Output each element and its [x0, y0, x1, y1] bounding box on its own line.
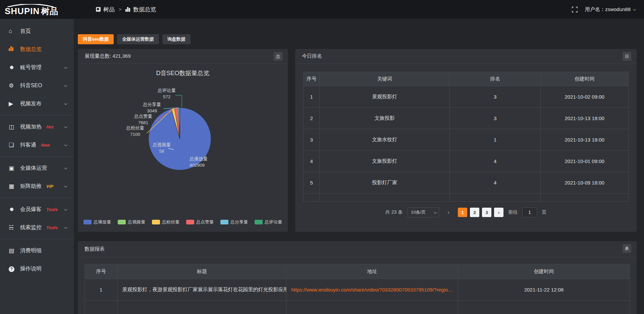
- legend-label: 总播放量: [94, 219, 111, 225]
- legend-item-总播放量[interactable]: 总播放量: [84, 219, 111, 225]
- pie-label-value: 402909: [190, 163, 205, 168]
- page-button-1[interactable]: 1: [458, 208, 467, 217]
- sidebar-item-chat[interactable]: ❏抖客通New: [0, 136, 74, 154]
- table-cell-index: 1: [85, 279, 118, 301]
- pie-label-name: 总播放量: [189, 156, 208, 161]
- table-row: 3文旅水纹灯12021-10-13 18:00: [304, 129, 629, 151]
- table-cell: 2021-10-13 18:00: [541, 108, 629, 129]
- tab-2[interactable]: 询盘数据: [162, 34, 191, 44]
- sidebar-item-video-publish[interactable]: ▶视频发布: [0, 95, 74, 113]
- legend-item-总点赞量[interactable]: 总点赞量: [186, 219, 214, 225]
- column-header: 序号: [85, 264, 118, 279]
- pie-label-name: 总分享量: [143, 102, 161, 107]
- sidebar-item-home[interactable]: ⌂首页: [0, 22, 74, 40]
- pie-label-name: 总评论量: [157, 88, 176, 93]
- pie-chart-title: D音SEO数据量总览: [78, 69, 288, 77]
- goto-page-input[interactable]: [522, 207, 537, 217]
- column-header: 创建时间: [541, 72, 629, 86]
- legend-item-总视频量[interactable]: 总视频量: [118, 219, 145, 225]
- table-cell: [541, 194, 629, 202]
- column-header: 地址: [286, 264, 458, 279]
- chevron-down-icon: [64, 65, 67, 69]
- page-size-select[interactable]: 10条/页: [407, 207, 439, 217]
- page-button-3[interactable]: 3: [482, 208, 491, 217]
- chevron-down-icon: [64, 84, 67, 87]
- bar-chart-icon: [125, 7, 130, 12]
- pagination-total: 共 23 条: [385, 209, 402, 215]
- sidebar-item-gear[interactable]: ⚙抖音SEO: [0, 76, 74, 95]
- sidebar-item-wallet[interactable]: ▤消费明细: [0, 242, 74, 260]
- sidebar-item-label: 首页: [20, 28, 31, 35]
- chevron-down-icon: [64, 143, 67, 146]
- table-row: 1景观投影灯32021-10-02 09:00: [304, 86, 629, 108]
- table-cell: [85, 301, 118, 314]
- table-cell: 景观投影灯: [320, 86, 450, 108]
- sliders-icon: ☵: [9, 224, 17, 231]
- pie-label-name: 总点赞量: [134, 114, 152, 119]
- sidebar-item-member[interactable]: ☻会员爆客Tools: [0, 200, 74, 218]
- table-header-row: 序号标题地址创建时间: [85, 264, 630, 279]
- table-cell: 1: [450, 129, 541, 151]
- sidebar-item-monitor[interactable]: ▣全媒体运营: [0, 159, 74, 177]
- sidebar-item-sliders[interactable]: ☵线索监控Tools: [0, 218, 74, 237]
- pie-label-name: 总粉丝量: [126, 125, 144, 130]
- legend-label: 总粉丝量: [162, 219, 179, 225]
- table-cell-time: 2021-11-22 12:08: [458, 279, 630, 301]
- breadcrumb-root[interactable]: 树品: [103, 6, 115, 13]
- sidebar-item-grid[interactable]: ▦矩阵助推VIP: [0, 177, 74, 195]
- tab-0[interactable]: 抖音seo数据: [78, 34, 114, 44]
- user-icon: ☻: [9, 64, 17, 71]
- total-badge-button[interactable]: 总: [274, 52, 282, 61]
- legend-label: 总分享量: [230, 219, 248, 225]
- goto-label: 前往: [508, 209, 518, 215]
- breadcrumb: 树品 > 数据总览: [96, 6, 156, 13]
- table-row-partial: [304, 194, 629, 202]
- legend-swatch: [186, 220, 194, 224]
- sidebar-item-tv[interactable]: ◫视频加热Hot: [0, 118, 74, 136]
- table-row: 4文旅投影灯42021-10-01 09:00: [304, 151, 629, 172]
- sidebar-divider: [0, 198, 74, 198]
- top-header: SHUPIN树品 树品 > 数据总览 用户名：zswodun88: [0, 0, 644, 19]
- table-cell: 2021-10-01 09:00: [541, 151, 629, 172]
- table-cell: [320, 194, 450, 202]
- overview-panel-title: 展现量总数: 421,369: [78, 49, 288, 64]
- pie-label-name: 总视频量: [152, 142, 171, 147]
- sidebar-item-question[interactable]: ?操作说明: [0, 260, 74, 278]
- app-logo: SHUPIN树品: [0, 4, 74, 15]
- tab-1[interactable]: 全媒体运营数据: [117, 34, 159, 44]
- legend-swatch: [255, 220, 263, 224]
- breadcrumb-current[interactable]: 数据总览: [133, 6, 156, 13]
- prev-page-button[interactable]: ‹: [444, 208, 453, 217]
- legend-label: 总视频量: [128, 219, 145, 225]
- sidebar-item-user[interactable]: ☻账号管理: [0, 58, 74, 76]
- fullscreen-icon[interactable]: [572, 7, 578, 12]
- monitor-icon: ▣: [9, 165, 17, 172]
- legend-label: 总点赞量: [196, 219, 214, 225]
- table-cell: 投影灯厂家: [320, 172, 450, 194]
- table-row: 5投影灯厂家42021-10-09 18:00: [304, 172, 629, 194]
- page-size-value: 10条/页: [411, 209, 426, 215]
- next-page-button[interactable]: ›: [494, 208, 503, 217]
- sidebar-item-label: 消费明细: [20, 247, 42, 254]
- table-cell: [458, 301, 630, 314]
- day-badge-button[interactable]: 日: [623, 52, 631, 61]
- user-menu[interactable]: 用户名：zswodun88: [585, 6, 635, 13]
- wallet-icon: ▤: [9, 247, 17, 254]
- sidebar-divider: [0, 115, 74, 115]
- report-link[interactable]: https://www.iesdouyin.com/share/video/70…: [291, 287, 453, 293]
- sidebar-item-bar-chart[interactable]: 数据总览: [0, 40, 74, 58]
- page-button-2[interactable]: 2: [470, 208, 479, 217]
- column-header: 创建时间: [458, 264, 630, 279]
- sidebar-divider: [0, 156, 74, 157]
- goto-suffix: 页: [542, 209, 546, 215]
- table-cell: [117, 301, 286, 314]
- table-badge-button[interactable]: 表: [623, 244, 631, 253]
- legend-item-总分享量[interactable]: 总分享量: [220, 219, 248, 225]
- legend-swatch: [152, 220, 160, 224]
- pie-label-line: [175, 95, 182, 107]
- legend-item-总粉丝量[interactable]: 总粉丝量: [152, 219, 179, 225]
- table-cell: [286, 301, 458, 314]
- table-cell: 2: [304, 108, 320, 129]
- legend-item-总评论量[interactable]: 总评论量: [255, 219, 282, 225]
- username-label: 用户名：zswodun88: [585, 6, 631, 13]
